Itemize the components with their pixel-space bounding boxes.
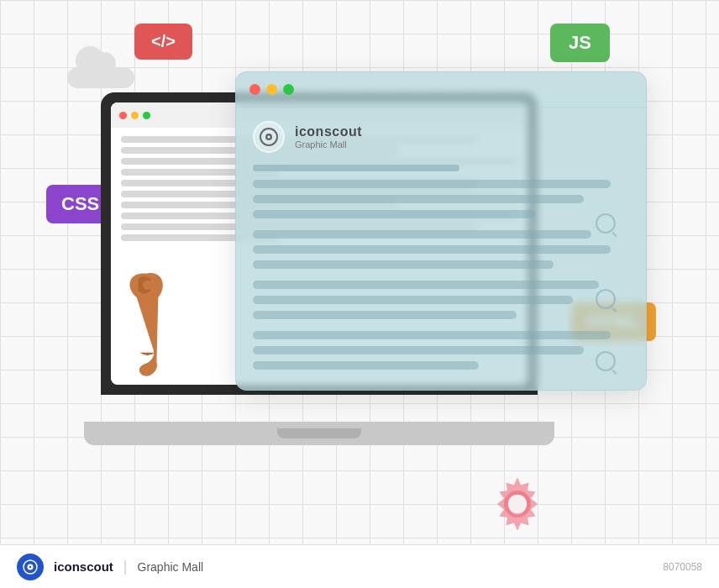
footer-bar: iconscout | Graphic Mall 8070058 [0, 544, 719, 588]
browser-dot-red [249, 84, 260, 95]
footer-tagline: Graphic Mall [138, 560, 204, 574]
browser-dot-green [283, 84, 294, 95]
svg-point-5 [268, 136, 270, 139]
browser-content-line [253, 296, 573, 304]
browser-dot-yellow [266, 84, 277, 95]
browser-content-line [253, 195, 584, 203]
code-tag-label: </> [151, 32, 176, 51]
iconscout-logo [253, 121, 285, 153]
laptop-notch [277, 428, 361, 438]
browser-content-line [253, 260, 554, 269]
footer-brand-name: iconscout [54, 559, 113, 574]
laptop-base [84, 422, 554, 445]
svg-point-2 [508, 495, 527, 513]
main-browser-content: iconscout Graphic Mall [236, 108, 646, 390]
browser-content-line [253, 245, 611, 254]
svg-point-1 [143, 281, 152, 290]
small-dot-green [143, 112, 150, 119]
browser-content-line [253, 230, 591, 239]
browser-content-line [253, 281, 599, 289]
iconscout-text: iconscout Graphic Mall [295, 124, 362, 150]
footer-logo [17, 554, 44, 580]
wrench-icon [124, 269, 171, 378]
browser-content-line [253, 346, 584, 354]
svg-point-8 [29, 565, 31, 567]
footer-separator: | [123, 558, 128, 575]
main-browser-window: iconscout Graphic Mall [235, 71, 647, 391]
gear-icon [484, 470, 551, 538]
iconscout-brand-name: iconscout [295, 124, 362, 139]
browser-content-line [253, 361, 479, 370]
browser-content-line [253, 331, 611, 339]
main-browser-bar [236, 72, 646, 108]
code-tag-badge: </> [134, 24, 192, 60]
cloud-decoration [67, 50, 134, 88]
scene-container: </> JS CSS HTML [0, 0, 719, 588]
js-tag-badge: JS [550, 24, 610, 62]
js-tag-label: JS [569, 32, 591, 54]
small-dot-yellow [131, 112, 139, 119]
browser-content-line [253, 210, 535, 218]
iconscout-header: iconscout Graphic Mall [253, 121, 629, 153]
browser-content-line [253, 180, 611, 188]
iconscout-subtitle: Graphic Mall [295, 139, 362, 150]
browser-content-line [253, 311, 517, 319]
small-dot-red [119, 112, 127, 119]
footer-id: 8070058 [663, 561, 702, 573]
browser-content-header-line [253, 165, 459, 171]
